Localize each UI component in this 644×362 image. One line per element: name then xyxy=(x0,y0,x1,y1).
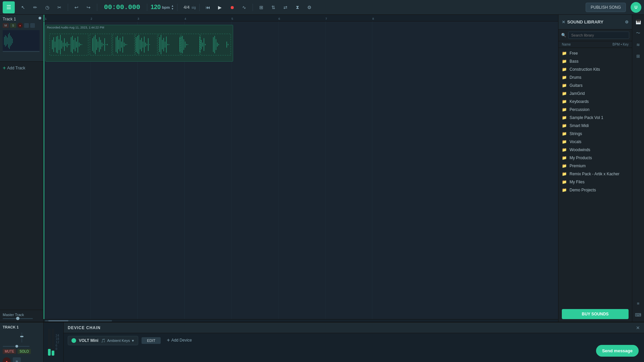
buy-sounds-button[interactable]: BUY SOUNDS xyxy=(562,309,629,319)
library-item-my-files[interactable]: 📁 My Files xyxy=(558,178,632,186)
left-meter-fill xyxy=(48,349,51,356)
play-button[interactable]: ▶ xyxy=(215,2,225,12)
library-item-woodwinds[interactable]: 📁 Woodwinds xyxy=(558,146,632,154)
select-tool-button[interactable]: ↖ xyxy=(18,2,28,12)
add-track-button[interactable]: + Add Track xyxy=(0,62,43,74)
split-merge-button[interactable]: ⇄ xyxy=(280,2,290,12)
track-1-solo-button[interactable]: S xyxy=(10,23,16,28)
menu-button[interactable]: ☰ xyxy=(3,1,15,13)
wave-icon-button[interactable]: 〜 xyxy=(634,29,643,38)
library-item-guitars[interactable]: 📁 Guitars xyxy=(558,81,632,89)
send-message-button[interactable]: Send message xyxy=(596,345,639,357)
pan-slider[interactable] xyxy=(3,346,30,347)
library-item-smart-midi[interactable]: 📁 Smart Midi xyxy=(558,122,632,130)
eq-icon-button[interactable]: ≋ xyxy=(634,40,643,49)
library-item-my-products[interactable]: 📁 My Products xyxy=(558,154,632,162)
toolbar: ☰ ↖ ✏ ◷ ✂ ↩ ↪ 00:00.000 120 bpm ▲ ▼ 4/4 … xyxy=(0,0,644,15)
rewind-button[interactable]: ⏮ xyxy=(203,2,213,12)
track-1-record-button[interactable]: ● xyxy=(17,23,23,28)
loop-button[interactable]: ∿ xyxy=(239,2,249,12)
browser-icon-button[interactable]: ⊞ xyxy=(634,52,643,60)
undo-button[interactable]: ↩ xyxy=(71,2,82,12)
record-button[interactable]: ⏺ xyxy=(227,2,237,12)
h-scrollbar-thumb[interactable] xyxy=(48,320,68,321)
draw-tool-button[interactable]: ✏ xyxy=(30,2,40,12)
h-scrollbar[interactable] xyxy=(44,319,558,322)
master-volume-thumb[interactable] xyxy=(16,317,19,320)
level-meters-panel: 24 18 12 6 0 xyxy=(44,322,64,362)
fx-icon: ⧗ xyxy=(296,4,299,10)
device-chain-close-button[interactable]: ✕ xyxy=(636,325,640,330)
fx-button[interactable]: ⧗ xyxy=(292,2,303,12)
device-preset-selector[interactable]: 🎵 Ambient Keys ▼ xyxy=(101,339,135,343)
align-button[interactable]: ⇅ xyxy=(268,2,278,12)
settings-icon-button[interactable]: ≡ xyxy=(634,299,643,308)
clock-icon: ◷ xyxy=(45,5,49,10)
mute-button[interactable]: MUTE xyxy=(3,349,16,354)
eq-icon: ≋ xyxy=(636,42,640,47)
publish-button[interactable]: PUBLISH SONG xyxy=(586,3,626,12)
track-1-mute-button[interactable]: M xyxy=(3,23,9,28)
library-settings-icon[interactable]: ⚙ xyxy=(625,20,629,24)
library-item-percussion[interactable]: 📁 Percussion xyxy=(558,106,632,114)
pan-thumb[interactable] xyxy=(15,345,18,348)
bpm-up-icon[interactable]: ▲ xyxy=(171,4,174,7)
track-1-controls: M S ● xyxy=(3,23,41,28)
ruler-mark-1: 1 xyxy=(45,17,47,20)
add-device-button[interactable]: + Add Device xyxy=(164,336,195,345)
cut-tool-button[interactable]: ✂ xyxy=(54,2,64,12)
audio-clip-1[interactable]: Recorded Audio Aug 11, 2023, 1:44:22 PM xyxy=(45,25,233,62)
library-item-vocals[interactable]: 📁 Vocals xyxy=(558,138,632,146)
separator-5 xyxy=(199,4,200,11)
library-item-label: Demo Projects xyxy=(570,188,596,192)
library-item-sample-pack-vol1[interactable]: 📁 Sample Pack Vol 1 xyxy=(558,114,632,122)
library-item-label: My Files xyxy=(570,180,585,184)
library-header: ✕ SOUND LIBRARY ⚙ xyxy=(558,15,632,29)
master-volume-slider[interactable] xyxy=(3,318,33,319)
library-search-input[interactable] xyxy=(568,32,629,39)
tracks-area[interactable]: Recorded Audio Aug 11, 2023, 1:44:22 PM xyxy=(44,21,558,319)
volume-fader-thumb[interactable] xyxy=(20,336,23,337)
master-track-panel: Master Track xyxy=(0,310,43,322)
close-library-icon[interactable]: ✕ xyxy=(562,20,565,24)
folder-icon: 📁 xyxy=(562,172,567,176)
snap-button[interactable]: ⊞ xyxy=(256,2,266,12)
library-item-keyboards[interactable]: 📁 Keyboards xyxy=(558,98,632,106)
library-item-free[interactable]: 📁 Free xyxy=(558,49,632,57)
library-item-jamgrid[interactable]: 📁 JamGrid xyxy=(558,89,632,98)
library-item-remix-pack[interactable]: 📁 Remix Pack - Artik x Kacher xyxy=(558,170,632,178)
wave-icon: 〜 xyxy=(636,30,640,36)
plugins-button[interactable]: ⚙ xyxy=(305,2,315,12)
library-item-label: Smart Midi xyxy=(570,123,589,128)
clock-tool-button[interactable]: ◷ xyxy=(42,2,52,12)
ruler-mark-4: 4 xyxy=(184,17,186,20)
sound-library-panel: ✕ SOUND LIBRARY ⚙ 🔍 Name BPM • Key 📁 Fre… xyxy=(558,15,632,322)
user-avatar[interactable]: U xyxy=(631,2,641,13)
library-item-label: Remix Pack - Artik x Kacher xyxy=(570,172,620,176)
library-item-bass[interactable]: 📁 Bass xyxy=(558,57,632,65)
device-edit-button[interactable]: EDIT xyxy=(142,337,161,344)
bpm-down-icon[interactable]: ▼ xyxy=(171,7,174,10)
bottom-eq-icon[interactable]: ≋ xyxy=(13,357,21,362)
track-1-volume-knob[interactable] xyxy=(39,17,41,19)
piano-icon-button[interactable]: 🎹 xyxy=(634,17,643,26)
library-item-drums[interactable]: 📁 Drums xyxy=(558,73,632,81)
library-item-strings[interactable]: 📁 Strings xyxy=(558,130,632,138)
track-1-wave-button[interactable] xyxy=(24,23,29,28)
undo-icon: ↩ xyxy=(74,5,78,10)
right-mini-icons-panel: 🎹 〜 ≋ ⊞ ≡ ⌨ xyxy=(632,15,644,322)
browser-icon: ⊞ xyxy=(636,54,640,59)
library-item-construction-kits[interactable]: 📁 Construction Kits xyxy=(558,65,632,73)
device-volt-mini[interactable]: VOLT Mini 🎵 Ambient Keys ▼ xyxy=(68,336,138,345)
library-item-demo-projects[interactable]: 📁 Demo Projects xyxy=(558,186,632,194)
left-channel-meter xyxy=(48,329,51,356)
bottom-record-icon[interactable]: ● xyxy=(3,357,11,362)
library-item-premium[interactable]: 📁 Premium xyxy=(558,162,632,170)
solo-button[interactable]: SOLO xyxy=(17,349,31,354)
track-1-name: Track 1 xyxy=(3,17,41,21)
device-power-button[interactable] xyxy=(71,338,76,343)
folder-icon: 📁 xyxy=(562,115,567,120)
track-1-graph-button[interactable] xyxy=(30,23,35,28)
redo-button[interactable]: ↪ xyxy=(84,2,94,12)
keyboard-icon-button[interactable]: ⌨ xyxy=(634,310,643,319)
